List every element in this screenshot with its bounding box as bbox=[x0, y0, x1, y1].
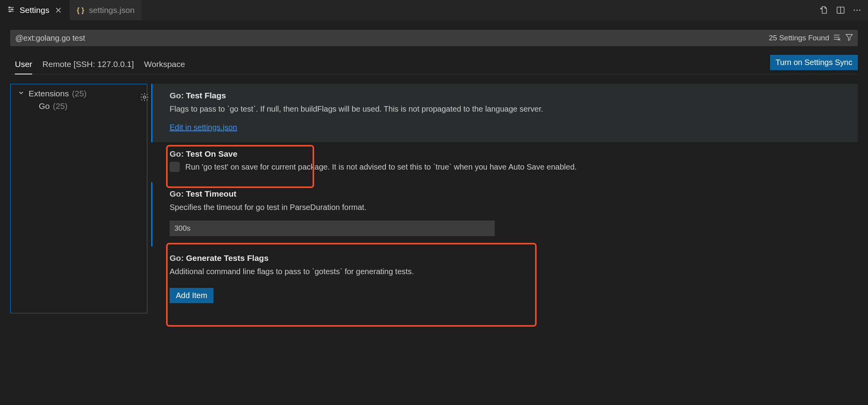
svg-point-11 bbox=[856, 9, 857, 11]
setting-category: Go: bbox=[170, 91, 184, 100]
settings-search-input[interactable] bbox=[11, 34, 769, 43]
setting-test-flags: Go: Test Flags Flags to pass to `go test… bbox=[151, 84, 858, 142]
scope-user[interactable]: User bbox=[15, 60, 32, 74]
setting-description: Specifies the timeout for go test in Par… bbox=[170, 202, 846, 213]
tree-extensions-label: Extensions bbox=[29, 89, 69, 98]
tree-go[interactable]: Go (25) bbox=[11, 100, 147, 112]
test-timeout-input[interactable] bbox=[170, 221, 495, 236]
add-item-button[interactable]: Add Item bbox=[170, 288, 213, 303]
svg-point-4 bbox=[11, 9, 13, 10]
svg-point-12 bbox=[859, 9, 860, 11]
setting-description: Flags to pass to `go test`. If null, the… bbox=[170, 103, 846, 114]
settings-sync-button[interactable]: Turn on Settings Sync bbox=[770, 55, 858, 70]
test-on-save-checkbox[interactable] bbox=[170, 162, 180, 172]
scope-workspace[interactable]: Workspace bbox=[144, 60, 185, 74]
scope-bar: User Remote [SSH: 127.0.0.1] Workspace T… bbox=[10, 55, 858, 74]
tab-settings-label: Settings bbox=[20, 5, 49, 15]
tab-icon-settings bbox=[7, 5, 15, 15]
chevron-down-icon bbox=[17, 89, 25, 98]
settings-search[interactable]: 25 Settings Found bbox=[10, 30, 858, 46]
tree-extensions-count: (25) bbox=[72, 89, 87, 98]
svg-point-18 bbox=[143, 96, 146, 98]
setting-title: Generate Tests Flags bbox=[186, 253, 269, 262]
close-icon[interactable] bbox=[54, 6, 63, 14]
setting-title: Test Timeout bbox=[186, 189, 237, 198]
tree-go-count: (25) bbox=[53, 101, 67, 111]
svg-point-10 bbox=[854, 9, 855, 11]
tabbar-actions bbox=[813, 0, 868, 20]
more-icon[interactable] bbox=[852, 5, 862, 15]
edit-in-settings-json-link[interactable]: Edit in settings.json bbox=[170, 123, 237, 132]
setting-description: Run 'go test' on save for current packag… bbox=[185, 163, 577, 172]
json-icon: { } bbox=[77, 6, 84, 14]
tab-settings-json[interactable]: { } settings.json bbox=[70, 0, 142, 20]
tab-settings[interactable]: Settings bbox=[0, 0, 70, 20]
settings-found-count: 25 Settings Found bbox=[769, 34, 832, 42]
setting-title: Test On Save bbox=[186, 149, 238, 158]
setting-category: Go: bbox=[170, 189, 184, 198]
scope-remote[interactable]: Remote [SSH: 127.0.0.1] bbox=[42, 60, 134, 74]
open-json-icon[interactable] bbox=[819, 5, 829, 15]
split-editor-icon[interactable] bbox=[836, 5, 845, 15]
setting-title: Test Flags bbox=[186, 91, 226, 100]
setting-test-timeout: Go: Test Timeout Specifies the timeout f… bbox=[151, 182, 858, 246]
clear-search-icon[interactable] bbox=[832, 33, 841, 43]
svg-point-3 bbox=[9, 7, 10, 8]
tab-json-label: settings.json bbox=[89, 5, 135, 15]
svg-point-5 bbox=[9, 11, 11, 12]
setting-generate-tests-flags: Go: Generate Tests Flags Additional comm… bbox=[151, 246, 858, 313]
filter-icon[interactable] bbox=[845, 33, 854, 43]
settings-tree: Extensions (25) Go (25) bbox=[10, 84, 147, 313]
tree-extensions[interactable]: Extensions (25) bbox=[11, 87, 147, 100]
setting-test-on-save: Go: Test On Save Run 'go test' on save f… bbox=[151, 142, 858, 182]
setting-category: Go: bbox=[170, 149, 184, 158]
setting-category: Go: bbox=[170, 253, 184, 262]
gear-icon[interactable] bbox=[139, 92, 150, 103]
setting-description: Additional command line flags to pass to… bbox=[170, 266, 846, 277]
tab-bar: Settings { } settings.json bbox=[0, 0, 868, 20]
settings-list: Go: Test Flags Flags to pass to `go test… bbox=[147, 84, 858, 313]
tree-go-label: Go bbox=[39, 101, 50, 111]
